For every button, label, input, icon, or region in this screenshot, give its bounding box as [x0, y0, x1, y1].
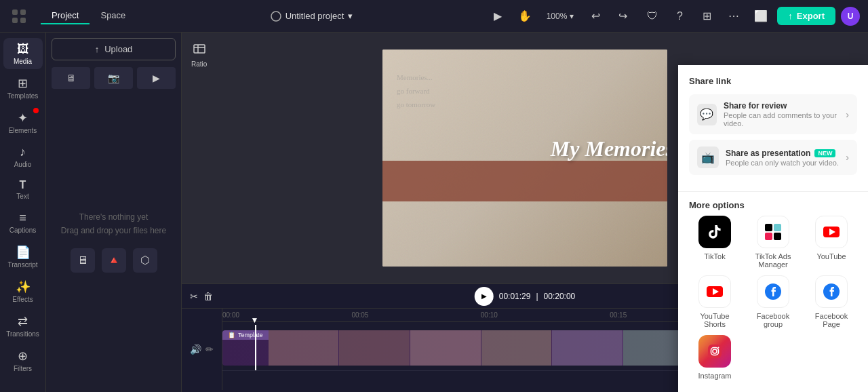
- sidebar-item-effects[interactable]: ✨ Effects: [3, 275, 43, 307]
- playhead[interactable]: [255, 325, 256, 370]
- time-current: 00:01:29: [499, 292, 531, 301]
- upload-btn[interactable]: ↑ Upload: [52, 38, 176, 60]
- sidebar-item-transcript[interactable]: 📄 Transcript: [3, 241, 43, 273]
- sidebar-item-audio[interactable]: ♪ Audio: [3, 141, 43, 172]
- media-panel: ↑ Upload 🖥 📷 ▶ There's nothing yet Drag …: [46, 33, 182, 392]
- tab-project[interactable]: Project: [41, 7, 90, 24]
- sidebar-item-text[interactable]: T Text: [3, 175, 43, 204]
- topbar: Project Space Untitled project ▾ ▶ ✋ 100…: [0, 0, 868, 33]
- project-dropdown-icon: ▾: [348, 11, 353, 21]
- share-review-sub: People can add comments to your video.: [724, 111, 846, 128]
- project-title-btn[interactable]: Untitled project ▾: [271, 11, 353, 22]
- topbar-tabs: Project Space: [41, 7, 136, 24]
- share-youtube-btn[interactable]: YouTube: [806, 216, 857, 269]
- tick-0: 00:00: [222, 311, 239, 319]
- new-badge: NEW: [814, 149, 835, 157]
- filters-icon: ⊕: [18, 349, 28, 364]
- share-instagram-btn[interactable]: Instagram: [689, 335, 741, 380]
- time-separator: |: [536, 292, 538, 301]
- sidebar-label-transcript: Transcript: [7, 261, 37, 269]
- tab-space[interactable]: Space: [90, 7, 136, 24]
- panel-portrait-icon[interactable]: 📷: [94, 67, 133, 89]
- panel-upload-sources: 🖥 🔺 ⬡: [71, 248, 157, 273]
- youtube-icon: [815, 216, 848, 248]
- more-options-section: More options TikTok TikTok Ads Manager: [678, 192, 868, 388]
- panel-empty-state: There's nothing yet Drag and drop your f…: [52, 97, 176, 387]
- more-options-title: More options: [678, 192, 868, 216]
- share-panel: Share link 💬 Share for review People can…: [678, 65, 868, 392]
- sidebar: 🖼 Media ⊞ Templates ✦ Elements ♪ Audio T…: [0, 33, 46, 392]
- app-logo[interactable]: [8, 5, 30, 27]
- sidebar-label-captions: Captions: [9, 227, 36, 234]
- svg-rect-10: [774, 224, 781, 231]
- topbar-right: 🛡 ? ⊞ ⋯ ⬜ ↑ Export U: [642, 5, 860, 27]
- play-btn[interactable]: ▶: [475, 287, 494, 306]
- shield-btn[interactable]: 🛡: [642, 5, 663, 27]
- edit-track-btn[interactable]: ✏: [205, 344, 214, 355]
- transitions-icon: ⇄: [18, 314, 28, 329]
- sidebar-item-templates[interactable]: ⊞ Templates: [3, 72, 43, 104]
- svg-point-22: [718, 347, 719, 349]
- svg-rect-19: [708, 345, 722, 358]
- layout-btn[interactable]: ⬜: [750, 5, 772, 27]
- share-tiktok-btn[interactable]: TikTok: [689, 216, 741, 269]
- sidebar-item-media[interactable]: 🖼 Media: [3, 38, 43, 69]
- fb-group-label: Facebook group: [747, 312, 799, 328]
- sidebar-item-captions[interactable]: ≡ Captions: [3, 207, 43, 238]
- redo-btn[interactable]: ↪: [612, 5, 633, 27]
- panel-landscape-icon[interactable]: ▶: [137, 67, 176, 89]
- elements-badge: [33, 108, 39, 113]
- zoom-btn[interactable]: 100% ▾: [541, 9, 580, 24]
- sidebar-label-effects: Effects: [12, 296, 33, 303]
- video-bar: [382, 161, 667, 201]
- share-presentation-icon: 📺: [697, 146, 719, 168]
- timeline-side-controls: 🔊 ✏: [182, 309, 222, 390]
- topbar-center: Untitled project ▾: [136, 11, 486, 22]
- share-facebook-group-btn[interactable]: Facebook group: [747, 275, 799, 328]
- select-tool-btn[interactable]: ▶: [487, 5, 509, 27]
- youtube-label: YouTube: [816, 252, 846, 260]
- fb-page-icon: [815, 275, 848, 308]
- tiktok-icon: [698, 216, 731, 248]
- sidebar-item-filters[interactable]: ⊕ Filters: [3, 345, 43, 376]
- grid-btn[interactable]: ⊞: [696, 5, 717, 27]
- upload-dropbox-btn[interactable]: ⬡: [133, 248, 157, 273]
- hand-tool-btn[interactable]: ✋: [514, 5, 536, 27]
- text-icon: T: [20, 179, 26, 191]
- sidebar-item-transitions[interactable]: ⇄ Transitions: [3, 310, 43, 342]
- panel-desktop-icon[interactable]: 🖥: [52, 67, 90, 89]
- panel-empty-line2: Drag and drop your files here: [61, 224, 166, 237]
- volume-btn[interactable]: 🔊: [190, 344, 201, 355]
- zoom-dropdown-icon: ▾: [570, 12, 574, 21]
- share-as-presentation-btn[interactable]: 📺 Share as presentation NEW People can o…: [689, 140, 857, 175]
- help-btn[interactable]: ?: [669, 5, 690, 27]
- upload-drive-btn[interactable]: 🔺: [102, 248, 126, 273]
- share-grid: TikTok TikTok Ads Manager YouTube: [678, 216, 868, 388]
- sidebar-label-audio: Audio: [14, 161, 32, 168]
- upload-label: Upload: [104, 44, 132, 54]
- split-btn[interactable]: ✂: [190, 291, 198, 302]
- share-for-review-btn[interactable]: 💬 Share for review People can add commen…: [689, 94, 857, 134]
- share-presentation-sub: People can only watch your video.: [726, 159, 839, 167]
- project-title-text: Untitled project: [285, 11, 344, 21]
- tiktok-ads-icon: [757, 216, 789, 248]
- transcript-icon: 📄: [16, 245, 31, 260]
- delete-btn[interactable]: 🗑: [203, 291, 213, 302]
- more-btn[interactable]: ⋯: [723, 5, 745, 27]
- tiktok-label: TikTok: [704, 252, 725, 260]
- share-tiktok-ads-btn[interactable]: TikTok Ads Manager: [747, 216, 799, 269]
- share-review-title: Share for review: [724, 101, 846, 111]
- avatar[interactable]: U: [841, 7, 860, 26]
- instagram-icon: [698, 335, 731, 368]
- share-facebook-page-btn[interactable]: Facebook Page: [806, 275, 857, 328]
- export-label: Export: [797, 11, 825, 21]
- sidebar-label-transitions: Transitions: [6, 330, 39, 338]
- sidebar-label-elements: Elements: [9, 127, 37, 134]
- svg-rect-1: [20, 9, 26, 15]
- sidebar-item-elements[interactable]: ✦ Elements: [3, 106, 43, 138]
- zoom-value: 100%: [547, 12, 568, 21]
- undo-btn[interactable]: ↩: [585, 5, 606, 27]
- export-btn[interactable]: ↑ Export: [777, 7, 835, 25]
- share-youtube-shorts-btn[interactable]: YouTube Shorts: [689, 275, 741, 328]
- upload-computer-btn[interactable]: 🖥: [71, 248, 95, 273]
